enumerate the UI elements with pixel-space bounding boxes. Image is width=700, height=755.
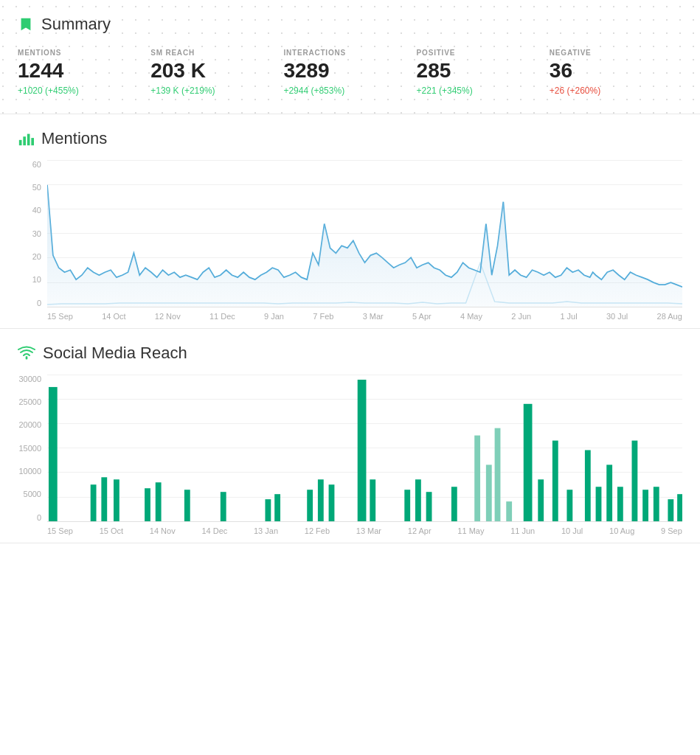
social-reach-svg	[47, 375, 682, 521]
svg-rect-11	[91, 484, 97, 521]
svg-rect-0	[19, 140, 22, 145]
svg-rect-30	[538, 479, 544, 521]
stat-smreach-value: 203 K	[150, 60, 268, 83]
stat-mentions-value: 1244	[18, 60, 136, 83]
svg-point-5	[26, 357, 28, 359]
stat-positive-value: 285	[417, 60, 535, 83]
svg-rect-19	[274, 494, 280, 521]
mentions-chart-title: Mentions	[41, 129, 107, 148]
stat-smreach-label: SM REACH	[150, 49, 268, 57]
summary-title: Summary	[41, 15, 111, 34]
stat-mentions: MENTIONS 1244 +1020 (+455%)	[18, 49, 150, 96]
summary-header: Summary	[18, 15, 682, 34]
svg-rect-9	[506, 501, 512, 521]
svg-rect-6	[474, 435, 480, 521]
wifi-icon	[18, 345, 35, 361]
mentions-chart-section: Mentions 60 50 40 30 20 10 0	[0, 114, 700, 329]
svg-rect-31	[552, 440, 558, 521]
svg-rect-18	[265, 499, 271, 521]
social-reach-chart-plot	[47, 375, 682, 522]
stats-row: MENTIONS 1244 +1020 (+455%) SM REACH 203…	[18, 49, 682, 96]
bookmark-icon	[18, 16, 34, 32]
social-reach-section: Social Media Reach 30000 25000 20000 150…	[0, 329, 700, 543]
mentions-chart-container: 60 50 40 30 20 10 0	[18, 160, 682, 321]
svg-rect-35	[606, 465, 612, 521]
svg-rect-27	[426, 492, 432, 521]
svg-rect-39	[654, 487, 659, 521]
svg-rect-14	[145, 488, 150, 521]
svg-rect-21	[318, 479, 324, 521]
stat-positive-change: +221 (+345%)	[417, 86, 535, 96]
svg-rect-24	[370, 479, 375, 521]
mentions-y-axis: 60 50 40 30 20 10 0	[18, 160, 47, 307]
stat-positive: POSITIVE 285 +221 (+345%)	[417, 49, 550, 96]
svg-rect-12	[101, 477, 107, 521]
stat-negative-change: +26 (+260%)	[550, 86, 668, 96]
mentions-chart-area: 60 50 40 30 20 10 0	[18, 160, 682, 307]
bar-chart-icon	[18, 131, 34, 147]
stat-mentions-change: +1020 (+455%)	[18, 86, 136, 96]
svg-rect-28	[451, 487, 457, 521]
stat-negative-value: 36	[550, 60, 668, 83]
svg-rect-41	[677, 494, 682, 521]
stat-mentions-label: MENTIONS	[18, 49, 136, 57]
stat-interactions-change: +2944 (+853%)	[283, 86, 401, 96]
social-reach-chart-area: 30000 25000 20000 15000 10000 5000 0	[18, 375, 682, 522]
svg-rect-40	[668, 499, 673, 521]
stat-smreach: SM REACH 203 K +139 K (+219%)	[150, 49, 283, 96]
svg-rect-38	[642, 490, 648, 521]
mentions-x-axis: 15 Sep 14 Oct 12 Nov 11 Dec 9 Jan 7 Feb …	[18, 307, 682, 321]
svg-rect-33	[585, 450, 591, 521]
mentions-chart-plot	[47, 160, 682, 307]
social-reach-x-axis: 15 Sep 15 Oct 14 Nov 14 Dec 13 Jan 12 Fe…	[18, 522, 682, 535]
summary-section: Summary MENTIONS 1244 +1020 (+455%) SM R…	[0, 0, 700, 114]
svg-rect-29	[524, 404, 533, 521]
svg-rect-7	[486, 465, 492, 521]
stat-negative-label: NEGATIVE	[550, 49, 668, 57]
stat-smreach-change: +139 K (+219%)	[150, 86, 268, 96]
svg-rect-8	[495, 428, 501, 521]
svg-rect-26	[415, 479, 421, 521]
svg-rect-10	[49, 387, 58, 521]
svg-rect-16	[184, 490, 190, 521]
svg-rect-37	[632, 440, 638, 521]
stat-interactions: INTERACTIONS 3289 +2944 (+853%)	[283, 49, 416, 96]
social-reach-y-axis: 30000 25000 20000 15000 10000 5000 0	[18, 375, 47, 522]
svg-rect-20	[307, 490, 313, 521]
mentions-header: Mentions	[18, 129, 682, 148]
social-reach-title: Social Media Reach	[43, 344, 187, 363]
svg-rect-2	[27, 133, 30, 145]
social-reach-chart-container: 30000 25000 20000 15000 10000 5000 0	[18, 375, 682, 535]
stat-interactions-label: INTERACTIONS	[283, 49, 401, 57]
svg-rect-17	[221, 492, 226, 521]
social-reach-header: Social Media Reach	[18, 344, 682, 363]
svg-rect-32	[566, 490, 572, 521]
svg-rect-34	[596, 487, 602, 521]
stat-interactions-value: 3289	[283, 60, 401, 83]
svg-rect-25	[404, 490, 410, 521]
svg-rect-36	[617, 487, 623, 521]
mentions-svg	[47, 160, 682, 307]
svg-rect-22	[329, 484, 335, 521]
stat-positive-label: POSITIVE	[417, 49, 535, 57]
svg-marker-4	[47, 185, 682, 307]
stat-negative: NEGATIVE 36 +26 (+260%)	[550, 49, 682, 96]
svg-rect-1	[23, 136, 26, 145]
svg-rect-23	[358, 380, 367, 521]
svg-rect-13	[114, 479, 119, 521]
svg-rect-15	[156, 482, 162, 521]
svg-rect-3	[31, 138, 34, 145]
